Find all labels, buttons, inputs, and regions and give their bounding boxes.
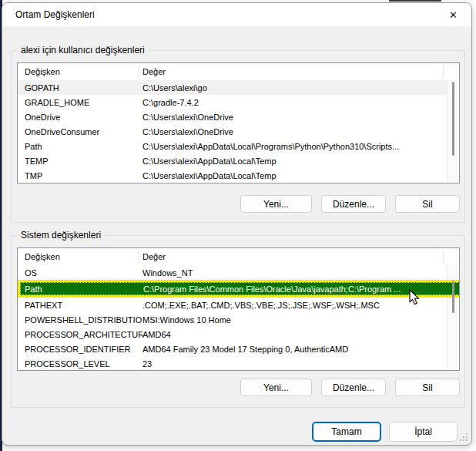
variable-value: C:\Users\alexi\AppData\Local\Temp [142, 157, 446, 166]
table-row-powershell-distributio-[interactable]: POWERSHELL_DISTRIBUTIO...MSI:Windows 10 … [18, 312, 459, 327]
table-row-processor-identifier[interactable]: PROCESSOR_IDENTIFIERAMD64 Family 23 Mode… [18, 342, 459, 356]
table-row-path[interactable]: PathC:\Users\alexi\AppData\Local\Program… [18, 139, 459, 153]
variable-name: TMP [18, 171, 142, 180]
table-row-onedrive[interactable]: OneDriveC:\Users\alexi\OneDrive [18, 109, 459, 124]
table-row-path[interactable]: PathC:\Program Files\Common Files\Oracle… [18, 280, 459, 298]
column-divider[interactable] [443, 66, 444, 78]
column-header-variable[interactable]: Değişken [18, 252, 142, 261]
variable-value: C:\Users\alexi\AppData\Local\Temp [142, 171, 446, 180]
variable-value: C:\Users\alexi\go [142, 83, 446, 93]
variable-name: Path [18, 142, 142, 151]
variable-name: TEMP [18, 157, 142, 166]
column-header-value[interactable]: Değer [142, 252, 446, 261]
variable-value: 23 [142, 359, 446, 369]
user-variables-buttons: Yeni... Düzenle... Sil [17, 195, 460, 213]
variable-name: PROCESSOR_LEVEL [18, 359, 142, 369]
scrollbar-thumb[interactable] [452, 82, 454, 156]
system-delete-button[interactable]: Sil [395, 379, 460, 396]
close-icon: ✕ [449, 9, 458, 21]
column-divider[interactable] [443, 251, 444, 263]
variable-value: C:\Users\alexi\OneDrive [142, 127, 446, 136]
user-edit-button[interactable]: Düzenle... [321, 195, 386, 213]
variable-value: Windows_NT [142, 268, 446, 278]
variable-name: PROCESSOR_IDENTIFIER [18, 345, 142, 354]
variable-value: AMD64 Family 23 Model 17 Stepping 0, Aut… [142, 345, 446, 354]
variable-value: C:\Users\alexi\AppData\Local\Programs\Py… [142, 142, 446, 151]
resize-grip-icon[interactable] [460, 433, 468, 441]
system-table-rows: OSWindows_NTPathC:\Program Files\Common … [18, 265, 459, 370]
variable-name: GOPATH [18, 83, 142, 93]
highlight-annotation: PathC:\Program Files\Common Files\Oracle… [18, 280, 459, 298]
table-row-tmp[interactable]: TMPC:\Users\alexi\AppData\Local\Temp [18, 168, 459, 183]
system-table-header: Değişken Değer [18, 248, 459, 265]
column-divider[interactable] [139, 66, 139, 78]
system-new-button[interactable]: Yeni... [240, 379, 312, 396]
dialog-footer: Tamam İptal [17, 422, 458, 442]
system-edit-button[interactable]: Düzenle... [321, 379, 386, 396]
table-row-temp[interactable]: TEMPC:\Users\alexi\AppData\Local\Temp [18, 153, 459, 168]
system-variables-table: Değişken Değer OSWindows_NTPathC:\Progra… [17, 247, 460, 371]
close-button[interactable]: ✕ [436, 4, 471, 26]
desktop-background-segment [389, 0, 441, 2]
variable-value: .COM;.EXE;.BAT;.CMD;.VBS;.VBE;.JS;.JSE;.… [142, 301, 446, 310]
user-variables-table: Değişken Değer GOPATHC:\Users\alexi\goGR… [17, 62, 460, 183]
variable-name: OS [18, 268, 142, 278]
user-delete-button[interactable]: Sil [395, 195, 460, 213]
column-header-value[interactable]: Değer [142, 67, 446, 76]
ok-button[interactable]: Tamam [312, 422, 381, 442]
environment-variables-dialog: Ortam Değişkenleri ✕ alexi için kullanıc… [2, 2, 472, 446]
title-bar: Ortam Değişkenleri [2, 3, 471, 26]
variable-value: C:\gradle-7.4.2 [142, 98, 446, 107]
user-table-header: Değişken Değer [18, 63, 459, 80]
table-row-pathext[interactable]: PATHEXT.COM;.EXE;.BAT;.CMD;.VBS;.VBE;.JS… [18, 298, 459, 312]
user-table-rows: GOPATHC:\Users\alexi\goGRADLE_HOMEC:\gra… [18, 80, 459, 183]
selected-row-fill: PathC:\Program Files\Common Files\Oracle… [20, 282, 459, 295]
table-row-processor-architecture[interactable]: PROCESSOR_ARCHITECTUREAMD64 [18, 327, 459, 342]
variable-name: PROCESSOR_ARCHITECTURE [18, 330, 142, 339]
variable-name: Path [21, 284, 143, 294]
table-row-gopath[interactable]: GOPATHC:\Users\alexi\go [18, 80, 459, 95]
user-table-scrollbar[interactable] [447, 80, 459, 182]
variable-name: OneDriveConsumer [18, 127, 142, 136]
column-header-variable[interactable]: Değişken [18, 67, 142, 76]
table-row-onedriveconsumer[interactable]: OneDriveConsumerC:\Users\alexi\OneDrive [18, 124, 459, 139]
user-new-button[interactable]: Yeni... [240, 195, 312, 213]
table-row-processor-level[interactable]: PROCESSOR_LEVEL23 [18, 356, 459, 370]
cancel-button[interactable]: İptal [389, 422, 458, 442]
scrollbar-thumb[interactable] [452, 281, 454, 313]
column-divider[interactable] [139, 251, 139, 263]
variable-name: POWERSHELL_DISTRIBUTIO... [18, 315, 142, 325]
system-variables-group-label: Sistem değişkenleri [18, 230, 104, 241]
table-row-gradle-home[interactable]: GRADLE_HOMEC:\gradle-7.4.2 [18, 95, 459, 109]
window-title: Ortam Değişkenleri [15, 9, 95, 20]
system-variables-buttons: Yeni... Düzenle... Sil [17, 379, 460, 396]
variable-name: GRADLE_HOME [18, 98, 142, 107]
variable-value: MSI:Windows 10 Home [142, 315, 446, 325]
variable-value: C:\Users\alexi\OneDrive [142, 113, 446, 122]
variable-name: OneDrive [18, 113, 142, 122]
variable-value: AMD64 [142, 330, 446, 339]
variable-name: PATHEXT [18, 301, 142, 310]
table-row-os[interactable]: OSWindows_NT [18, 265, 459, 280]
user-variables-group-label: alexi için kullanıcı değişkenleri [18, 45, 148, 56]
variable-value: C:\Program Files\Common Files\Oracle\Jav… [143, 284, 459, 294]
